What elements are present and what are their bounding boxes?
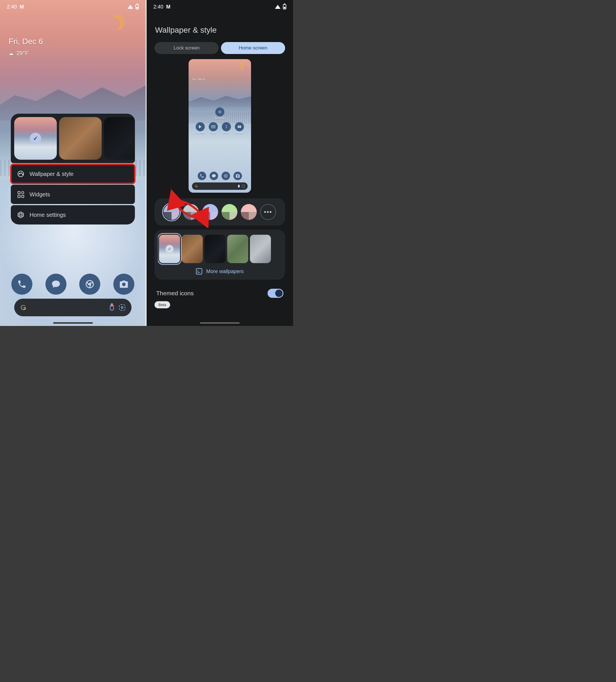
gear-icon — [17, 211, 24, 219]
preview-dock — [189, 172, 251, 180]
preview-search-bar: G — [192, 182, 247, 190]
preview-app-play-store: Play Store — [196, 122, 205, 134]
themed-icons-row: Themed icons — [155, 283, 285, 300]
mic-icon[interactable] — [110, 304, 114, 311]
svg-point-6 — [225, 175, 226, 177]
google-logo-icon: G — [20, 303, 26, 312]
tab-lock-screen[interactable]: Lock screen — [155, 42, 219, 54]
status-time: 2:40 — [153, 4, 163, 10]
wallpaper-option[interactable] — [227, 235, 248, 263]
color-swatches: ••• — [158, 202, 282, 222]
preview-lens-icon — [242, 185, 245, 187]
more-colors-button[interactable]: ••• — [260, 204, 276, 220]
phone-app-icon[interactable] — [11, 274, 32, 295]
preview-google-logo-icon: G — [195, 184, 197, 188]
status-bar: 2:40 M — [146, 0, 293, 14]
preview-chrome-icon — [221, 172, 230, 180]
color-swatch[interactable] — [164, 204, 180, 220]
more-wallpapers-label: More wallpapers — [206, 269, 244, 274]
color-swatch[interactable] — [183, 204, 199, 220]
lens-icon[interactable] — [119, 304, 125, 311]
wifi-icon — [275, 5, 281, 9]
preview-date: Fri, Dec 6 — [193, 78, 205, 81]
widgets-button[interactable]: Widgets — [11, 185, 135, 204]
more-wallpapers-button[interactable]: More wallpapers — [158, 267, 282, 276]
wallpaper-picker-icon — [196, 268, 202, 274]
wallpaper-thumb[interactable] — [104, 117, 135, 160]
home-screen-with-context-menu: ☽ 2:40 M Fri, Dec 6 ☁ 29°F ✓ Wallpap — [0, 0, 146, 326]
screen-tabs: Lock screen Home screen — [155, 42, 285, 54]
battery-icon — [283, 4, 286, 9]
color-swatch[interactable] — [241, 204, 257, 220]
home-settings-button[interactable]: Home settings — [11, 205, 135, 225]
selected-check-icon: ✓ — [30, 133, 41, 144]
home-settings-label: Home settings — [29, 212, 66, 218]
camera-app-icon[interactable] — [113, 274, 134, 295]
wallpaper-thumb[interactable] — [59, 117, 102, 160]
themed-icons-toggle[interactable] — [267, 289, 283, 298]
preview-messages-icon — [210, 172, 218, 180]
gmail-notification-icon: M — [166, 4, 170, 10]
tab-home-screen[interactable]: Home screen — [221, 42, 285, 54]
cloud-icon: ☁ — [8, 50, 14, 56]
beta-badge: Beta — [155, 301, 170, 308]
messages-app-icon[interactable] — [45, 274, 67, 295]
preview-phone-icon — [198, 172, 206, 180]
at-a-glance-widget[interactable]: Fri, Dec 6 ☁ 29°F — [8, 37, 43, 56]
themed-icons-label: Themed icons — [156, 290, 194, 297]
preview-app-grid: Find Device Play Store Gmail Photos YouT… — [189, 108, 251, 134]
color-swatch[interactable] — [202, 204, 218, 220]
home-screen-preview[interactable]: ☽ Fri, Dec 6 Find Device Play Store Gmai… — [189, 59, 251, 193]
wallpaper-option-selected[interactable]: ✓ — [159, 235, 180, 263]
preview-camera-icon — [233, 172, 242, 180]
home-context-menu: ✓ Wallpaper & style Widgets Home setting… — [11, 114, 135, 225]
svg-point-3 — [219, 112, 220, 113]
navigation-handle[interactable] — [53, 322, 93, 324]
google-search-bar[interactable]: G — [14, 299, 132, 316]
chrome-app-icon[interactable] — [79, 274, 100, 295]
wallpaper-and-style-button[interactable]: Wallpaper & style — [11, 164, 135, 184]
status-time: 2:40 — [7, 4, 17, 10]
wallpaper-thumbnail-strip[interactable]: ✓ — [11, 114, 135, 163]
wallpaper-panel: ✓ More wallpapers — [155, 230, 285, 280]
gmail-notification-icon: M — [20, 4, 24, 10]
wallpaper-and-style-screen: 2:40 M Wallpaper & style Lock screen Hom… — [146, 0, 293, 326]
wallpaper-style-label: Wallpaper & style — [29, 171, 74, 177]
preview-mic-icon — [238, 185, 240, 187]
wallpaper-option[interactable] — [182, 235, 203, 263]
wallpaper-thumb-selected[interactable]: ✓ — [14, 117, 57, 160]
widgets-icon — [18, 191, 24, 198]
wifi-icon — [127, 5, 133, 9]
color-swatch[interactable] — [221, 204, 237, 220]
dock — [11, 274, 134, 295]
temperature-label: 29°F — [17, 50, 28, 56]
wallpaper-option[interactable] — [250, 235, 271, 263]
widgets-label: Widgets — [29, 191, 50, 198]
wallpaper-option[interactable] — [205, 235, 226, 263]
status-bar: 2:40 M — [0, 0, 146, 14]
check-icon: ✓ — [166, 245, 173, 253]
preview-app-youtube: YouTube — [235, 122, 244, 134]
palette-icon — [18, 171, 24, 177]
preview-app-photos: Photos — [222, 122, 231, 134]
battery-icon — [136, 4, 139, 9]
navigation-handle[interactable] — [200, 322, 240, 324]
preview-app-gmail: Gmail — [209, 122, 218, 134]
page-title: Wallpaper & style — [155, 26, 285, 35]
date-label: Fri, Dec 6 — [8, 37, 43, 46]
preview-app-find-device: Find Device — [215, 108, 225, 119]
color-palette-panel: ••• — [155, 198, 285, 226]
